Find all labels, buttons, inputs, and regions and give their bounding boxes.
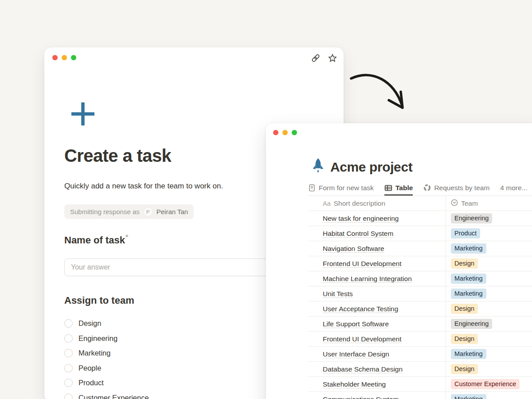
task-title-cell[interactable]: Communications System xyxy=(323,395,399,399)
select-property-icon xyxy=(451,199,458,208)
table-row[interactable]: Life Support Software Engineering xyxy=(308,317,532,332)
task-title-cell[interactable]: Unit Tests xyxy=(323,290,353,298)
table-icon xyxy=(384,184,392,192)
table-row[interactable]: Frontend UI Development Design xyxy=(308,256,532,271)
team-radio-option-engineering[interactable]: Engineering xyxy=(64,334,149,343)
task-title-cell[interactable]: User Interface Design xyxy=(323,350,389,358)
team-tag[interactable]: Design xyxy=(451,334,478,344)
team-tag[interactable]: Engineering xyxy=(451,213,492,223)
page-title: Acme project xyxy=(330,160,412,175)
tab-table[interactable]: Table xyxy=(384,181,413,196)
table-row[interactable]: User Acceptance Testing Design xyxy=(308,301,532,317)
team-tag[interactable]: Engineering xyxy=(451,319,492,329)
team-radio-option-marketing[interactable]: Marketing xyxy=(64,349,149,357)
close-window-button[interactable] xyxy=(52,55,58,60)
form-title: Create a task xyxy=(64,146,171,166)
task-title-cell[interactable]: Life Support Software xyxy=(323,320,389,328)
plus-icon xyxy=(70,101,96,129)
favorite-star-icon[interactable] xyxy=(328,53,337,63)
table-row[interactable]: User Interface Design Marketing xyxy=(308,347,532,362)
team-tag[interactable]: Marketing xyxy=(451,243,486,254)
rocket-icon xyxy=(312,158,324,176)
team-tag[interactable]: Design xyxy=(451,364,478,374)
table-row[interactable]: Machine Learning Integration Marketing xyxy=(308,271,532,286)
assign-to-team-label: Assign to team xyxy=(64,295,134,306)
team-tag[interactable]: Marketing xyxy=(451,349,486,359)
table-row[interactable]: Frontend UI Development Design xyxy=(308,332,532,347)
table-row[interactable]: Habitat Control System Product xyxy=(308,226,532,241)
table-row[interactable]: New task for engineering Engineering xyxy=(308,211,532,226)
minimize-window-button[interactable] xyxy=(282,130,288,135)
close-window-button[interactable] xyxy=(273,130,278,135)
task-title-cell[interactable]: Machine Learning Integration xyxy=(323,275,412,283)
table-row[interactable]: Communications System Marketing xyxy=(308,392,532,399)
form-subtitle: Quickly add a new task for the team to w… xyxy=(64,182,223,191)
window-controls xyxy=(273,130,297,135)
team-tag[interactable]: Marketing xyxy=(451,274,486,284)
task-title-cell[interactable]: Habitat Control System xyxy=(323,230,393,238)
form-icon xyxy=(308,184,316,192)
team-tag[interactable]: Product xyxy=(451,228,480,239)
team-tag[interactable]: Customer Experience xyxy=(451,379,520,389)
task-title-cell[interactable]: Frontend UI Development xyxy=(323,260,401,268)
team-tag[interactable]: Design xyxy=(451,258,478,269)
tab-requests-by-team[interactable]: Requests by team xyxy=(423,181,489,196)
column-header-team[interactable]: Team xyxy=(446,196,532,211)
curved-arrow xyxy=(345,66,416,119)
avatar: P xyxy=(144,207,153,216)
name-of-task-label: Name of task* xyxy=(64,234,128,246)
acme-project-window: Acme project Form for new task xyxy=(266,123,532,399)
radio-button-icon[interactable] xyxy=(64,334,73,343)
task-title-cell[interactable]: Database Schema Design xyxy=(323,365,403,373)
table-row[interactable]: Unit Tests Marketing xyxy=(308,286,532,301)
table-row[interactable]: Database Schema Design Design xyxy=(308,362,532,377)
required-marker: * xyxy=(125,234,128,241)
radio-button-icon[interactable] xyxy=(64,349,73,357)
radio-button-icon[interactable] xyxy=(64,319,73,328)
zoom-window-button[interactable] xyxy=(71,55,76,60)
radio-button-icon[interactable] xyxy=(64,364,73,372)
radio-button-icon[interactable] xyxy=(64,379,73,387)
task-title-cell[interactable]: Navigation Software xyxy=(323,245,384,253)
team-radio-option-people[interactable]: People xyxy=(64,364,149,372)
task-title-cell[interactable]: User Acceptance Testing xyxy=(323,305,398,313)
team-tag[interactable]: Marketing xyxy=(451,394,486,399)
task-title-cell[interactable]: New task for engineering xyxy=(323,215,399,223)
tab-form-for-new-task[interactable]: Form for new task xyxy=(308,181,374,196)
zoom-window-button[interactable] xyxy=(292,130,297,135)
copy-link-icon[interactable] xyxy=(311,53,321,63)
text-property-icon: Aa xyxy=(323,200,331,207)
pie-chart-icon xyxy=(423,184,431,192)
team-tag[interactable]: Marketing xyxy=(451,289,486,299)
tasks-table: Aa Short description Team New task for e… xyxy=(308,196,532,399)
submitter-name: Peiran Tan xyxy=(156,208,188,215)
radio-button-icon[interactable] xyxy=(64,394,73,399)
task-title-cell[interactable]: Frontend UI Development xyxy=(323,335,401,343)
team-tag[interactable]: Design xyxy=(451,304,478,314)
table-row[interactable]: Navigation Software Marketing xyxy=(308,241,532,256)
column-header-short-description[interactable]: Aa Short description xyxy=(308,200,446,207)
window-controls xyxy=(52,55,76,60)
team-radio-option-customer-experience[interactable]: Customer Experience xyxy=(64,394,149,399)
table-row[interactable]: Stakeholder Meeting Customer Experience xyxy=(308,377,532,392)
team-radio-group: Design Engineering Marketing People Prod… xyxy=(64,319,149,399)
team-radio-option-design[interactable]: Design xyxy=(64,319,149,328)
submitting-as-pill: Submitting response as P Peiran Tan xyxy=(64,204,194,219)
minimize-window-button[interactable] xyxy=(62,55,67,60)
submitting-as-text: Submitting response as xyxy=(70,208,140,215)
view-tabs: Form for new task Table Requests by team xyxy=(308,181,532,196)
team-radio-option-product[interactable]: Product xyxy=(64,379,149,387)
tab-more-views[interactable]: 4 more... xyxy=(500,181,527,196)
table-header-row: Aa Short description Team xyxy=(308,196,532,211)
task-title-cell[interactable]: Stakeholder Meeting xyxy=(323,380,386,388)
